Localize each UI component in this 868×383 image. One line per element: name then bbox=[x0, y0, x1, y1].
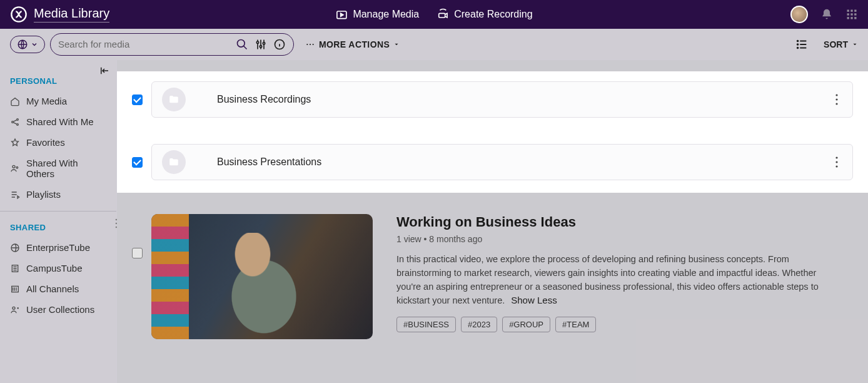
svg-rect-5 bbox=[854, 10, 856, 12]
svg-rect-11 bbox=[854, 17, 856, 19]
svg-point-18 bbox=[306, 43, 308, 44]
svg-point-21 bbox=[797, 40, 799, 41]
folder-more-button[interactable] bbox=[831, 152, 842, 172]
folder-title: Business Recordings bbox=[217, 94, 311, 105]
nav-label: Create Recording bbox=[454, 9, 532, 20]
view-list-button[interactable] bbox=[795, 38, 809, 51]
svg-point-41 bbox=[835, 165, 837, 167]
sidebar-item-label: User Collections bbox=[26, 304, 94, 315]
tag[interactable]: #BUSINESS bbox=[396, 317, 456, 332]
nav-create-recording[interactable]: Create Recording bbox=[437, 8, 532, 21]
svg-point-20 bbox=[313, 43, 314, 44]
app-title: Media Library bbox=[34, 6, 109, 23]
sidebar-item-my-media[interactable]: My Media bbox=[0, 91, 116, 111]
svg-point-32 bbox=[13, 307, 15, 309]
sort-button[interactable]: SORT bbox=[824, 39, 858, 49]
svg-point-38 bbox=[835, 103, 837, 105]
svg-point-16 bbox=[263, 42, 265, 44]
media-thumbnail[interactable] bbox=[151, 214, 373, 339]
chevron-down-icon bbox=[31, 41, 38, 48]
info-icon[interactable] bbox=[273, 38, 286, 51]
media-checkbox[interactable] bbox=[132, 248, 143, 258]
svg-point-13 bbox=[238, 39, 245, 47]
collapse-sidebar-icon[interactable] bbox=[99, 65, 110, 76]
svg-point-15 bbox=[260, 45, 261, 47]
svg-rect-8 bbox=[854, 13, 856, 15]
svg-point-22 bbox=[797, 44, 799, 45]
folder-more-button[interactable] bbox=[831, 89, 842, 110]
media-title[interactable]: Working on Business Ideas bbox=[396, 214, 838, 230]
sidebar-item-campustube[interactable]: CampusTube bbox=[0, 258, 116, 278]
sidebar-item-all-channels[interactable]: All Channels bbox=[0, 278, 116, 299]
tag[interactable]: #GROUP bbox=[502, 317, 550, 332]
folder-icon bbox=[162, 88, 186, 111]
sidebar-item-favorites[interactable]: Favorites bbox=[0, 132, 116, 153]
folder-checkbox[interactable] bbox=[132, 157, 143, 168]
svg-point-23 bbox=[797, 47, 799, 48]
app-logo[interactable]: Media Library bbox=[10, 6, 109, 23]
svg-rect-3 bbox=[847, 10, 849, 12]
media-meta: 1 view • 8 months ago bbox=[396, 234, 838, 244]
show-less-button[interactable]: Show Less bbox=[511, 295, 557, 305]
sidebar-item-enterprisetube[interactable]: EnterpriseTube bbox=[0, 237, 116, 258]
sidebar-item-label: Shared With Others bbox=[26, 158, 106, 179]
svg-rect-4 bbox=[850, 10, 852, 12]
sidebar-item-label: CampusTube bbox=[26, 263, 83, 273]
sidebar-item-shared-with-others[interactable]: Shared With Others bbox=[0, 153, 116, 184]
more-actions-button[interactable]: MORE ACTIONS bbox=[305, 39, 400, 49]
svg-point-39 bbox=[835, 156, 837, 158]
camera-signal-icon bbox=[437, 8, 449, 21]
svg-rect-2 bbox=[439, 13, 445, 18]
svg-rect-10 bbox=[850, 17, 852, 19]
filter-sliders-icon[interactable] bbox=[255, 38, 267, 51]
svg-rect-6 bbox=[847, 13, 849, 15]
caret-down-icon bbox=[393, 41, 400, 48]
search-icon[interactable] bbox=[236, 38, 248, 51]
svg-point-40 bbox=[835, 161, 837, 163]
tag[interactable]: #2023 bbox=[461, 317, 497, 332]
svg-point-24 bbox=[12, 121, 14, 123]
svg-point-28 bbox=[16, 166, 18, 168]
svg-point-19 bbox=[310, 43, 311, 44]
dots-horizontal-icon bbox=[305, 39, 315, 49]
sidebar-section-shared: SHARED bbox=[0, 212, 116, 237]
tags-row: #BUSINESS #2023 #GROUP #TEAM bbox=[396, 317, 838, 332]
sidebar-item-shared-with-me[interactable]: Shared With Me bbox=[0, 111, 116, 132]
svg-point-26 bbox=[17, 123, 19, 125]
more-actions-label: MORE ACTIONS bbox=[319, 39, 390, 49]
globe-icon bbox=[17, 39, 28, 50]
sidebar-item-label: My Media bbox=[26, 96, 67, 106]
apps-grid-icon[interactable] bbox=[845, 8, 858, 21]
svg-point-27 bbox=[13, 165, 15, 168]
folder-checkbox[interactable] bbox=[132, 94, 143, 105]
folder-play-icon bbox=[335, 8, 348, 21]
logo-icon bbox=[10, 6, 28, 23]
folder-title: Business Presentations bbox=[217, 156, 321, 168]
selection-highlight-zone: Business Recordings Business Presentatio… bbox=[117, 71, 868, 193]
media-item-row: Working on Business Ideas 1 view • 8 mon… bbox=[117, 193, 868, 339]
user-avatar[interactable] bbox=[790, 6, 808, 23]
folder-card[interactable]: Business Presentations bbox=[151, 144, 853, 180]
svg-point-37 bbox=[835, 98, 837, 100]
svg-point-36 bbox=[835, 94, 837, 96]
scope-dropdown[interactable] bbox=[10, 36, 45, 53]
sidebar-item-playlists[interactable]: Playlists bbox=[0, 184, 116, 205]
sidebar-item-label: EnterpriseTube bbox=[26, 242, 90, 253]
nav-manage-media[interactable]: Manage Media bbox=[335, 8, 419, 21]
svg-point-14 bbox=[256, 41, 258, 43]
toolbar: MORE ACTIONS SORT bbox=[0, 29, 868, 60]
sidebar: PERSONAL My Media Shared With Me Favorit… bbox=[0, 60, 117, 383]
folder-card[interactable]: Business Recordings bbox=[151, 81, 853, 118]
sidebar-item-label: All Channels bbox=[26, 283, 79, 294]
folder-row: Business Presentations bbox=[117, 144, 868, 180]
sidebar-item-label: Favorites bbox=[26, 137, 65, 148]
media-description: In this practical video, we explore the … bbox=[396, 253, 838, 308]
search-input[interactable] bbox=[58, 39, 236, 49]
content-area: Business Recordings Business Presentatio… bbox=[117, 60, 868, 383]
tag[interactable]: #TEAM bbox=[555, 317, 596, 332]
notifications-icon[interactable] bbox=[820, 8, 833, 21]
sidebar-item-user-collections[interactable]: User Collections bbox=[0, 299, 116, 320]
sort-label: SORT bbox=[824, 39, 848, 49]
folder-row: Business Recordings bbox=[117, 81, 868, 118]
sidebar-item-label: Playlists bbox=[26, 189, 61, 200]
